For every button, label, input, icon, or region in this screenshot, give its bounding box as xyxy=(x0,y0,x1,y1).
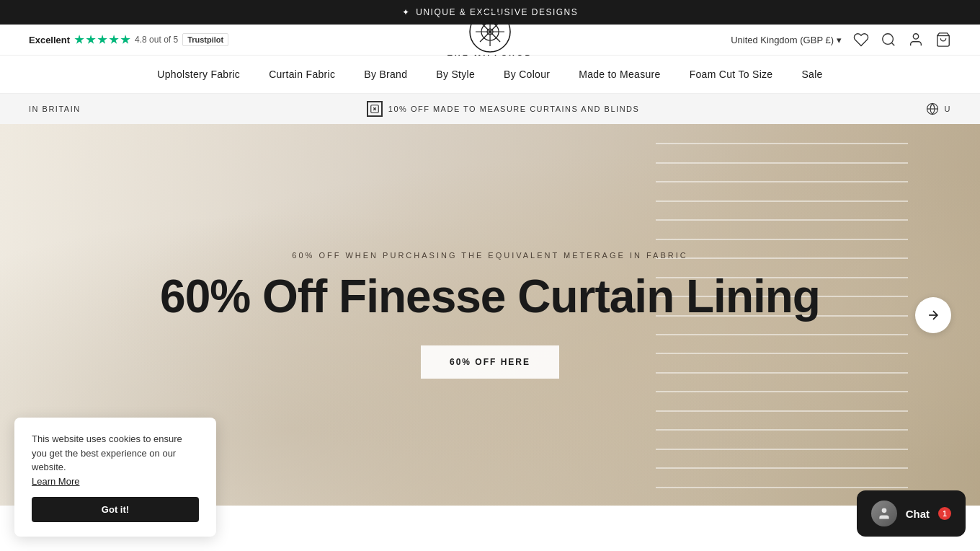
promo-center-icon xyxy=(367,101,383,117)
chat-avatar xyxy=(871,501,897,526)
promo-right-text: U xyxy=(945,105,951,113)
account-button[interactable] xyxy=(908,32,924,48)
promo-bar: IN BRITAIN 10% OFF MADE TO MEASURE CURTA… xyxy=(0,94,980,124)
hero-content: 60% OFF WHEN PURCHASING THE EQUIVALENT M… xyxy=(131,251,849,378)
region-label: United Kingdom (GBP £) xyxy=(731,35,834,45)
nav-by-brand[interactable]: By Brand xyxy=(364,56,407,93)
user-icon xyxy=(908,32,924,48)
heart-icon xyxy=(853,32,869,48)
globe-icon xyxy=(926,102,939,115)
star-4 xyxy=(109,35,119,45)
header-actions: United Kingdom (GBP £) ▾ xyxy=(731,32,951,48)
main-nav: Upholstery Fabric Curtain Fabric By Bran… xyxy=(0,56,980,94)
trustpilot-logo: Trustpilot xyxy=(182,33,228,46)
cart-button[interactable] xyxy=(935,32,951,48)
nav-made-to-measure[interactable]: Made to Measure xyxy=(579,56,660,93)
nav-sale[interactable]: Sale xyxy=(801,56,822,93)
chat-badge: 1 xyxy=(938,507,951,520)
promo-center-text: 10% OFF MADE TO MEASURE CURTAINS AND BLI… xyxy=(388,105,640,113)
scissors-icon xyxy=(370,104,380,114)
nav-by-colour[interactable]: By Colour xyxy=(504,56,550,93)
search-icon xyxy=(881,32,896,48)
promo-center: 10% OFF MADE TO MEASURE CURTAINS AND BLI… xyxy=(367,101,640,117)
cookie-banner: This website uses cookies to ensure you … xyxy=(14,418,216,537)
hero-next-arrow[interactable] xyxy=(915,297,951,333)
svg-point-9 xyxy=(913,34,918,39)
header: Excellent 4.8 out of 5 Trustpilot THE MI… xyxy=(0,25,980,56)
star-3 xyxy=(97,35,107,45)
chat-avatar-icon xyxy=(877,506,891,521)
hero-subtitle: 60% OFF WHEN PURCHASING THE EQUIVALENT M… xyxy=(160,251,820,260)
chat-label: Chat xyxy=(906,508,930,520)
nav-upholstery-fabric[interactable]: Upholstery Fabric xyxy=(157,56,240,93)
promo-right: U xyxy=(926,102,951,115)
svg-point-7 xyxy=(883,34,894,45)
hero-cta-button[interactable]: 60% OFF HERE xyxy=(421,345,559,379)
cookie-learn-more-link[interactable]: Learn More xyxy=(32,476,79,487)
search-button[interactable] xyxy=(881,32,896,48)
region-selector[interactable]: United Kingdom (GBP £) ▾ xyxy=(731,35,842,45)
hero-title: 60% Off Finesse Curtain Lining xyxy=(160,271,820,322)
svg-line-8 xyxy=(891,43,894,45)
star-rating xyxy=(74,35,130,45)
nav-foam-cut-to-size[interactable]: Foam Cut To Size xyxy=(690,56,773,93)
star-1 xyxy=(74,35,84,45)
announcement-icon: ✦ xyxy=(402,7,411,17)
star-5 xyxy=(120,35,130,45)
trustpilot-rating: Excellent 4.8 out of 5 Trustpilot xyxy=(29,33,228,46)
cookie-got-it-button[interactable]: Got it! xyxy=(32,497,199,522)
chevron-down-icon: ▾ xyxy=(837,35,842,45)
arrow-right-icon xyxy=(926,308,940,322)
excellent-label: Excellent xyxy=(29,35,70,45)
chat-widget[interactable]: Chat 1 xyxy=(857,490,966,537)
cart-icon xyxy=(935,32,951,48)
nav-curtain-fabric[interactable]: Curtain Fabric xyxy=(269,56,335,93)
nav-by-style[interactable]: By Style xyxy=(436,56,475,93)
rating-text: 4.8 out of 5 xyxy=(135,35,178,45)
wishlist-button[interactable] xyxy=(853,32,869,48)
star-2 xyxy=(86,35,96,45)
promo-left: IN BRITAIN xyxy=(29,105,81,113)
logo-icon xyxy=(468,10,512,53)
promo-britain-text: IN BRITAIN xyxy=(29,105,81,113)
cookie-body-text: This website uses cookies to ensure you … xyxy=(32,432,199,488)
svg-point-17 xyxy=(881,508,886,513)
